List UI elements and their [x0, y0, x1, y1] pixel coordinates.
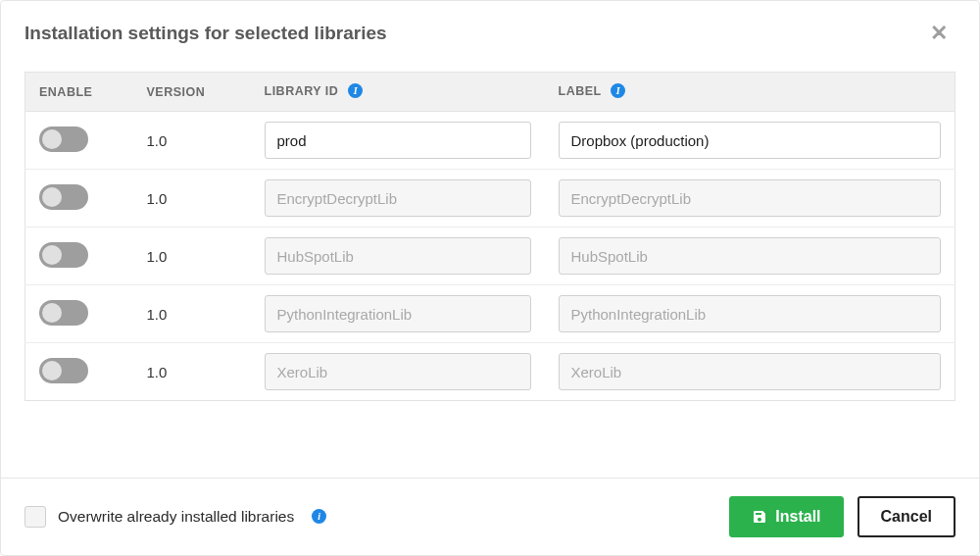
library-id-input[interactable]: [265, 353, 531, 390]
install-settings-modal: Installation settings for selected libra…: [0, 0, 980, 556]
install-button[interactable]: Install: [729, 496, 843, 537]
cancel-button[interactable]: Cancel: [858, 496, 956, 537]
version-cell: 1.0: [133, 170, 251, 227]
modal-title: Installation settings for selected libra…: [24, 23, 387, 44]
col-header-library-id-label: Library ID: [265, 84, 339, 98]
info-icon[interactable]: i: [312, 509, 326, 524]
overwrite-label: Overwrite already installed libraries: [58, 508, 294, 526]
label-input[interactable]: [559, 179, 942, 217]
info-icon[interactable]: i: [348, 83, 363, 98]
overwrite-group: Overwrite already installed libraries i: [24, 506, 326, 528]
table-row: 1.0: [25, 170, 956, 227]
info-icon[interactable]: i: [611, 83, 625, 98]
table-row: 1.0: [25, 112, 956, 170]
enable-toggle[interactable]: [39, 358, 88, 383]
label-input[interactable]: [559, 353, 942, 390]
library-id-input[interactable]: [265, 295, 531, 332]
col-header-library-id: Library ID i: [251, 73, 545, 112]
table-row: 1.0: [25, 285, 956, 343]
version-cell: 1.0: [133, 285, 251, 343]
version-cell: 1.0: [133, 343, 251, 401]
table-row: 1.0: [25, 227, 956, 285]
footer-actions: Install Cancel: [729, 496, 956, 537]
modal-header: Installation settings for selected libra…: [1, 1, 979, 60]
col-header-label: Label i: [545, 73, 956, 112]
enable-toggle[interactable]: [39, 242, 88, 268]
library-id-input[interactable]: [265, 122, 531, 159]
library-id-input[interactable]: [265, 237, 531, 275]
label-input[interactable]: [559, 122, 942, 159]
close-icon[interactable]: ✕: [922, 19, 956, 48]
table-row: 1.0: [25, 343, 956, 401]
col-header-label-label: Label: [559, 84, 602, 98]
install-button-label: Install: [775, 508, 820, 526]
label-input[interactable]: [559, 295, 942, 332]
enable-toggle[interactable]: [39, 126, 88, 152]
label-input[interactable]: [559, 237, 942, 275]
version-cell: 1.0: [133, 227, 251, 285]
libraries-table: Enable Version Library ID i Label i 1.01…: [24, 72, 956, 401]
col-header-version: Version: [133, 73, 251, 112]
modal-body: Enable Version Library ID i Label i 1.01…: [1, 60, 979, 478]
library-id-input[interactable]: [265, 179, 531, 217]
enable-toggle[interactable]: [39, 184, 88, 210]
col-header-enable: Enable: [25, 73, 133, 112]
modal-footer: Overwrite already installed libraries i …: [1, 478, 979, 555]
cancel-button-label: Cancel: [881, 508, 932, 526]
overwrite-checkbox[interactable]: [24, 506, 46, 528]
version-cell: 1.0: [133, 112, 251, 170]
save-icon: [752, 509, 767, 525]
enable-toggle[interactable]: [39, 300, 88, 326]
